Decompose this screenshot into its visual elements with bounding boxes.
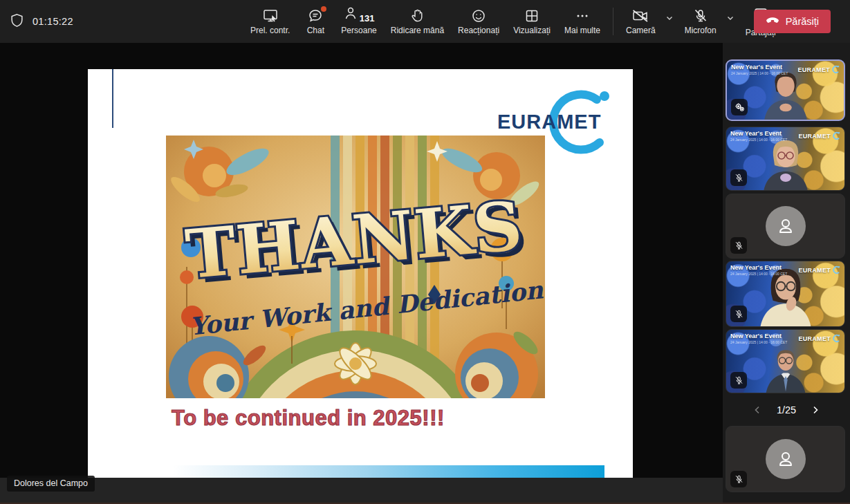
chevron-left-icon[interactable]	[750, 403, 764, 417]
mic-muted-badge	[730, 372, 747, 389]
mic-muted-icon	[734, 475, 743, 484]
participant-video-person	[758, 138, 813, 191]
leave-label: Părăsiți	[786, 16, 819, 27]
page-indicator: 1/25	[777, 404, 796, 416]
participant-tile-3[interactable]	[726, 194, 845, 259]
tile-euramet-text: EURAMET	[797, 66, 830, 73]
more-icon	[575, 8, 590, 24]
slide-cursor-line	[112, 69, 113, 128]
reactions-icon	[471, 8, 486, 24]
participant-tile-5[interactable]: New Year's Event 24 January 2025 | 14:00…	[726, 329, 845, 393]
people-icon	[344, 6, 358, 24]
chevron-right-icon[interactable]	[809, 403, 822, 417]
mic-muted-badge	[730, 471, 747, 487]
camera-button[interactable]: Cameră	[619, 0, 663, 43]
tile-euramet-swoosh-icon	[831, 334, 840, 343]
hangup-icon	[766, 16, 779, 27]
chat-icon	[308, 8, 323, 24]
raise-hand-label: Ridicare mână	[391, 26, 444, 35]
mic-label: Microfon	[685, 26, 717, 35]
take-control-button[interactable]: Prel. contr.	[243, 0, 297, 43]
avatar	[766, 206, 806, 246]
mic-muted-badge	[730, 306, 747, 322]
mic-muted-icon	[734, 174, 743, 183]
mic-button[interactable]: Microfon	[678, 0, 723, 43]
mic-options-chevron[interactable]	[723, 0, 737, 36]
mic-muted-icon	[734, 376, 743, 385]
avatar	[766, 439, 806, 479]
view-button[interactable]: Vizualizați	[506, 0, 557, 43]
thanks-poster: THANKS THANKS Your Work and Dedication	[166, 136, 545, 398]
tile-euramet-swoosh-icon	[831, 131, 840, 140]
take-control-label: Prel. contr.	[250, 26, 290, 35]
stage-bottom-strip	[0, 478, 723, 504]
mic-muted-icon	[734, 241, 743, 250]
meeting-timer: 01:15:22	[33, 16, 73, 27]
participant-count: 131	[360, 13, 375, 24]
mic-off-icon	[693, 8, 708, 24]
person-avatar-icon	[775, 216, 796, 236]
chat-notification-dot	[321, 6, 326, 12]
people-label: Persoane	[341, 26, 376, 35]
video-effects-icon	[734, 102, 745, 113]
reactions-button[interactable]: Reacționați	[451, 0, 506, 43]
meeting-toolbar: 01:15:22 Prel. contr.	[0, 0, 850, 43]
gallery-pagination: 1/25	[723, 401, 850, 419]
camera-options-chevron[interactable]	[663, 0, 676, 36]
participants-sidebar: New Year's Event 24 January 2025 | 14:00…	[723, 43, 850, 504]
participant-video-person	[759, 68, 813, 121]
leave-button[interactable]: Părăsiți	[754, 10, 831, 33]
participant-tile-4[interactable]: New Year's Event 24 January 2025 | 14:00…	[726, 261, 845, 327]
screen-control-icon	[262, 8, 279, 24]
participant-video-person	[761, 346, 811, 393]
camera-label: Cameră	[626, 26, 656, 35]
reactions-label: Reacționați	[458, 26, 499, 35]
toolbar-divider	[613, 8, 613, 35]
raise-hand-icon	[410, 8, 424, 24]
view-label: Vizualizați	[513, 26, 551, 35]
tile-euramet-swoosh-icon	[831, 65, 840, 74]
camera-off-icon	[631, 8, 649, 24]
tile-euramet-swoosh-icon	[831, 265, 840, 274]
mic-muted-badge	[730, 169, 747, 186]
teams-meeting-window: 01:15:22 Prel. contr.	[0, 0, 850, 504]
tile-event-subtitle: 24 January 2025 | 14:00 - 16:00 CET	[731, 71, 788, 75]
security-shield-icon[interactable]	[10, 13, 24, 30]
participant-tile-1[interactable]: New Year's Event 24 January 2025 | 14:00…	[726, 59, 845, 121]
euramet-logo-text: EURAMET	[497, 111, 601, 133]
chat-button[interactable]: Chat	[297, 0, 334, 43]
more-label: Mai multe	[564, 26, 600, 35]
presenter-name-label: Dolores del Campo	[7, 476, 95, 492]
person-avatar-icon	[775, 449, 796, 469]
video-effects-badge	[731, 99, 748, 115]
mic-muted-icon	[734, 310, 743, 319]
slide-caption: To be continued in 2025!!!	[172, 406, 559, 431]
slide-footer-bar	[173, 465, 604, 478]
shared-screen-stage: EURAMET	[0, 43, 723, 504]
participant-tile-6[interactable]	[726, 426, 845, 492]
grid-view-icon	[524, 8, 539, 24]
presentation-slide: EURAMET	[88, 69, 633, 478]
more-button[interactable]: Mai multe	[557, 0, 607, 43]
tile-event-title: New Year's Event	[731, 64, 788, 71]
raise-hand-button[interactable]: Ridicare mână	[384, 0, 451, 43]
people-button[interactable]: 131 Persoane	[334, 0, 383, 43]
chat-label: Chat	[307, 26, 324, 35]
participant-tile-2[interactable]: New Year's Event 24 January 2025 | 14:00…	[726, 127, 845, 191]
mic-muted-badge	[730, 237, 747, 254]
